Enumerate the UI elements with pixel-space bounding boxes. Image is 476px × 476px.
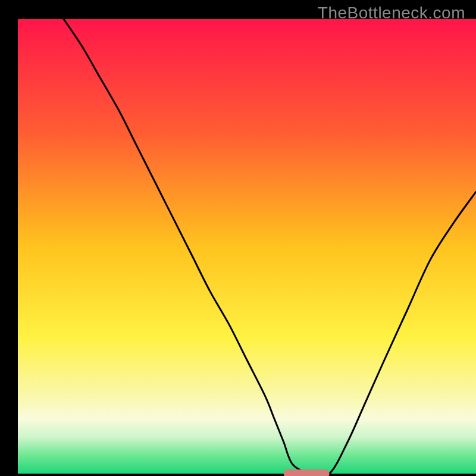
chart-frame: TheBottleneck.com bbox=[0, 0, 476, 476]
optimal-marker bbox=[284, 469, 330, 476]
gradient-background bbox=[18, 19, 476, 474]
bottleneck-chart bbox=[0, 0, 476, 476]
watermark-text: TheBottleneck.com bbox=[318, 4, 465, 23]
